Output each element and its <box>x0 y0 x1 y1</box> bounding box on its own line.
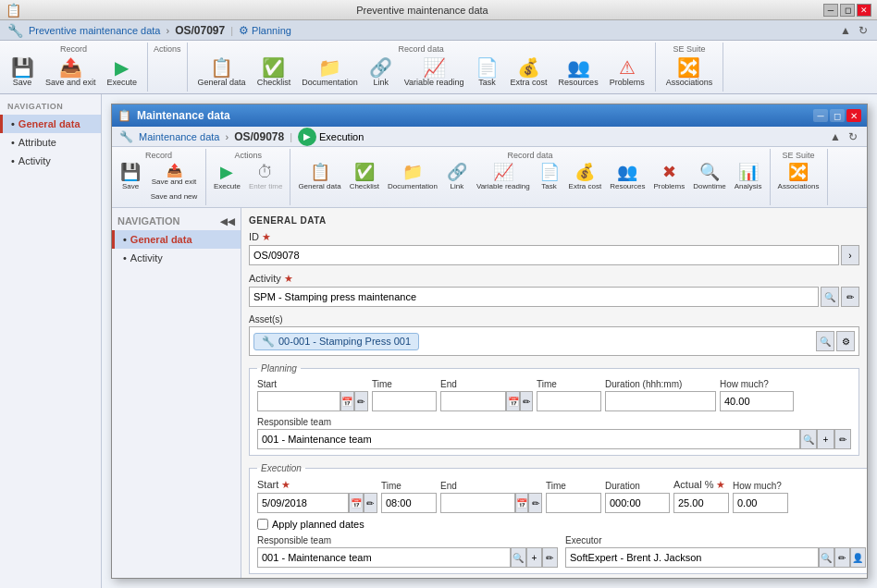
exec-team-add-button[interactable]: + <box>526 547 542 568</box>
modal-nav-up[interactable]: ▲ <box>828 130 843 143</box>
planning-time2-input[interactable] <box>537 391 601 411</box>
execute-button[interactable]: ▶ Execute <box>103 55 142 90</box>
exec-end-input[interactable] <box>440 493 515 513</box>
problems-button[interactable]: ⚠ Problems <box>605 55 649 90</box>
modal-analysis-button[interactable]: 📊 Analysis <box>731 161 766 193</box>
checklist-icon: ✅ <box>262 58 285 77</box>
modal-save-button[interactable]: 💾 Save <box>116 161 145 193</box>
extra-cost-button[interactable]: 💰 Extra cost <box>506 55 552 90</box>
modal-sidebar-item-general-data[interactable]: • General data <box>112 230 241 249</box>
refresh-button[interactable]: ↻ <box>857 24 870 37</box>
nav-up-button[interactable]: ▲ <box>838 24 853 37</box>
sidebar-item-activity[interactable]: • Activity <box>0 152 101 170</box>
modal-save-new-button[interactable]: Save and new <box>146 190 202 203</box>
executor-edit-button[interactable]: ✏ <box>834 547 850 568</box>
exec-start-cal-button[interactable]: 📅 <box>349 493 363 513</box>
associations-button[interactable]: 🔀 Associations <box>661 55 718 90</box>
planning-end-input[interactable] <box>440 391 506 411</box>
exec-team-label: Responsible team <box>257 535 558 545</box>
modal-downtime-button[interactable]: 🔍 Downtime <box>689 161 730 193</box>
modal-sesuite-section: SE Suite 🔀 Associations <box>771 149 828 205</box>
exec-time-input[interactable] <box>381 493 437 513</box>
modal-execute-button[interactable]: ▶ Execute <box>210 161 244 193</box>
modal-refresh[interactable]: ↻ <box>846 130 859 143</box>
task-button[interactable]: 📄 Task <box>471 55 504 90</box>
exec-time2-input[interactable] <box>546 493 601 513</box>
exec-end-edit-button[interactable]: ✏ <box>528 493 542 513</box>
activity-edit-button[interactable]: ✏ <box>841 287 859 307</box>
modal-close-button[interactable]: ✕ <box>846 109 861 122</box>
modal-variable-reading-button[interactable]: 📈 Variable reading <box>473 161 534 193</box>
minimize-button[interactable]: ─ <box>823 4 838 17</box>
general-data-button[interactable]: 📋 General data <box>193 55 251 90</box>
exec-team-input[interactable] <box>257 547 511 568</box>
restore-button[interactable]: ◻ <box>840 4 855 17</box>
planning-end-cal-button[interactable]: 📅 <box>506 391 519 411</box>
outer-breadcrumb-home[interactable]: Preventive maintenance data <box>29 25 160 36</box>
modal-minimize-button[interactable]: ─ <box>813 109 828 122</box>
apply-dates-checkbox[interactable] <box>257 519 268 530</box>
planning-team-search-button[interactable]: 🔍 <box>800 429 817 449</box>
executor-view-button[interactable]: 👤 <box>850 547 866 568</box>
modal-checklist-icon: ✅ <box>354 164 375 182</box>
asset-tag[interactable]: 🔧 00-001 - Stamping Press 001 <box>253 333 419 350</box>
assets-search-button[interactable]: 🔍 <box>816 331 834 351</box>
modal-sidebar-item-activity[interactable]: • Activity <box>112 249 241 267</box>
close-button[interactable]: ✕ <box>857 4 871 17</box>
modal-title-controls: ─ ◻ ✕ <box>813 109 861 122</box>
sidebar-item-attribute[interactable]: • Attribute <box>0 133 101 152</box>
modal-link-button[interactable]: 🔗 Link <box>442 161 472 193</box>
planning-team-edit-button[interactable]: ✏ <box>834 429 851 449</box>
variable-reading-button[interactable]: 📈 Variable reading <box>400 55 469 90</box>
planning-end-edit-button[interactable]: ✏ <box>520 391 533 411</box>
modal-breadcrumb-home[interactable]: Maintenance data <box>139 131 219 142</box>
modal-resources-icon: 👥 <box>617 164 637 182</box>
assets-config-button[interactable]: ⚙ <box>836 331 855 351</box>
link-button[interactable]: 🔗 Link <box>364 55 398 90</box>
exec-howmuch-input[interactable] <box>733 493 788 513</box>
modal-extra-cost-button[interactable]: 💰 Extra cost <box>565 161 606 193</box>
activity-input[interactable] <box>249 287 819 307</box>
modal-restore-button[interactable]: ◻ <box>830 109 845 122</box>
planning-start-edit-button[interactable]: ✏ <box>354 391 368 411</box>
planning-start-cal-button[interactable]: 📅 <box>340 391 354 411</box>
modal-documentation-button[interactable]: 📁 Documentation <box>384 161 441 193</box>
exec-duration-group: Duration <box>605 481 670 513</box>
executor-input[interactable] <box>565 547 819 568</box>
modal-save-exit-button[interactable]: 📤 Save and exit <box>146 161 202 189</box>
planning-duration-input[interactable] <box>605 391 716 411</box>
planning-team-add-button[interactable]: + <box>817 429 834 449</box>
exec-team-search-button[interactable]: 🔍 <box>511 547 526 568</box>
save-exit-button[interactable]: 📤 Save and exit <box>41 55 101 90</box>
documentation-button[interactable]: 📁 Documentation <box>297 55 363 90</box>
exec-start-edit-button[interactable]: ✏ <box>364 493 377 513</box>
planning-howmuch-input[interactable] <box>720 391 794 411</box>
modal-task-button[interactable]: 📄 Task <box>535 161 564 193</box>
modal-resources-button[interactable]: 👥 Resources <box>606 161 648 193</box>
checklist-button[interactable]: ✅ Checklist <box>253 55 296 90</box>
activity-search-button[interactable]: 🔍 <box>821 287 839 307</box>
inner-modal-window: 📋 Maintenance data ─ ◻ ✕ 🔧 Maintenance d… <box>111 104 868 579</box>
modal-general-data-button[interactable]: 📋 General data <box>294 161 344 193</box>
modal-record-section: Record 💾 Save 📤 Save and exit <box>112 149 206 205</box>
id-next-button[interactable]: › <box>841 245 859 265</box>
sidebar-item-general-data[interactable]: • General data <box>0 115 101 133</box>
id-input[interactable] <box>249 245 839 265</box>
collapse-nav-button[interactable]: ◀◀ <box>220 216 235 227</box>
modal-associations-button[interactable]: 🔀 Associations <box>774 161 823 193</box>
modal-problems-button[interactable]: ✖ Problems <box>649 161 688 193</box>
exec-team-edit-button[interactable]: ✏ <box>542 547 558 568</box>
exec-start-input[interactable] <box>257 493 349 513</box>
recorddata-section-label: Record data <box>193 44 649 54</box>
resources-button[interactable]: 👥 Resources <box>554 55 603 90</box>
planning-time1-input[interactable] <box>372 391 437 411</box>
planning-start-input[interactable] <box>257 391 340 411</box>
modal-enter-time-button[interactable]: ⏱ Enter time <box>245 161 286 193</box>
exec-end-cal-button[interactable]: 📅 <box>515 493 529 513</box>
executor-search-button[interactable]: 🔍 <box>819 547 834 568</box>
exec-duration-input[interactable] <box>605 493 670 513</box>
save-button[interactable]: 💾 Save <box>6 55 39 90</box>
planning-team-input[interactable] <box>257 429 800 449</box>
exec-actual-input[interactable] <box>673 493 729 513</box>
modal-checklist-button[interactable]: ✅ Checklist <box>346 161 383 193</box>
